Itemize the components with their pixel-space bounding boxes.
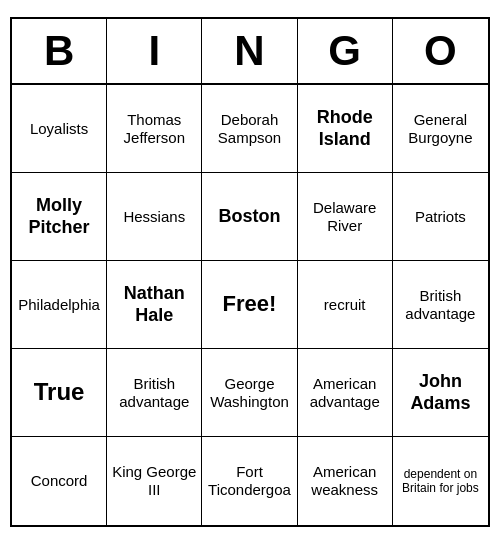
- bingo-letter-i: I: [107, 19, 202, 83]
- bingo-header: BINGO: [12, 19, 488, 85]
- bingo-cell-10: Philadelphia: [12, 261, 107, 349]
- bingo-letter-n: N: [202, 19, 297, 83]
- bingo-cell-15: True: [12, 349, 107, 437]
- bingo-cell-3: Rhode Island: [298, 85, 393, 173]
- bingo-cell-8: Delaware River: [298, 173, 393, 261]
- bingo-cell-5: Molly Pitcher: [12, 173, 107, 261]
- bingo-cell-12: Free!: [202, 261, 297, 349]
- bingo-cell-4: General Burgoyne: [393, 85, 488, 173]
- bingo-cell-22: Fort Ticondergoa: [202, 437, 297, 525]
- bingo-cell-18: American advantage: [298, 349, 393, 437]
- bingo-cell-19: John Adams: [393, 349, 488, 437]
- bingo-cell-1: Thomas Jefferson: [107, 85, 202, 173]
- bingo-cell-13: recruit: [298, 261, 393, 349]
- bingo-grid: LoyalistsThomas JeffersonDeborah Sampson…: [12, 85, 488, 525]
- bingo-cell-20: Concord: [12, 437, 107, 525]
- bingo-cell-7: Boston: [202, 173, 297, 261]
- bingo-cell-2: Deborah Sampson: [202, 85, 297, 173]
- bingo-cell-11: Nathan Hale: [107, 261, 202, 349]
- bingo-cell-0: Loyalists: [12, 85, 107, 173]
- bingo-cell-14: British advantage: [393, 261, 488, 349]
- bingo-cell-17: George Washington: [202, 349, 297, 437]
- bingo-letter-b: B: [12, 19, 107, 83]
- bingo-cell-16: British advantage: [107, 349, 202, 437]
- bingo-cell-9: Patriots: [393, 173, 488, 261]
- bingo-cell-23: American weakness: [298, 437, 393, 525]
- bingo-letter-o: O: [393, 19, 488, 83]
- bingo-letter-g: G: [298, 19, 393, 83]
- bingo-cell-21: King George III: [107, 437, 202, 525]
- bingo-cell-24: dependent on Britain for jobs: [393, 437, 488, 525]
- bingo-cell-6: Hessians: [107, 173, 202, 261]
- bingo-card: BINGO LoyalistsThomas JeffersonDeborah S…: [10, 17, 490, 527]
